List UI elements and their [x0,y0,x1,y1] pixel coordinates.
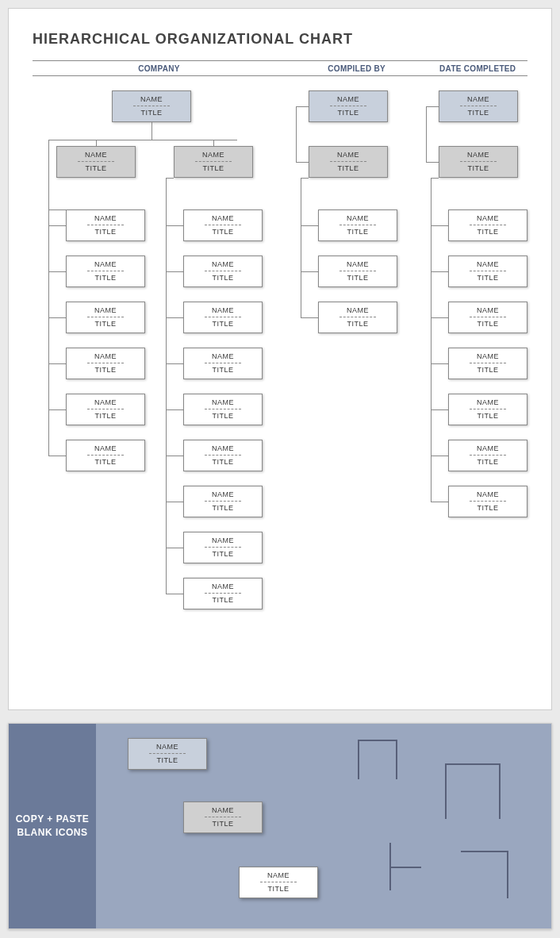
org-node-leaf[interactable]: NAMETITLE [318,302,397,333]
org-node-leaf[interactable]: NAMETITLE [448,256,527,287]
node-name: NAME [337,151,359,159]
connector [301,178,309,179]
connector [426,162,439,163]
panel-label-line1: COPY + PASTE [16,813,90,825]
sample-node-mid[interactable]: NAMETITLE [183,802,263,833]
connector [48,225,66,226]
connector [431,456,448,456]
connector [166,178,174,179]
sample-connector [396,740,397,779]
connector [166,594,183,594]
node-divider [339,317,376,317]
org-node-leaf[interactable]: NAMETITLE [66,348,145,379]
org-node-leaf[interactable]: NAMETITLE [448,348,527,379]
org-node-leaf[interactable]: NAMETITLE [183,302,263,333]
node-name: NAME [140,95,163,103]
org-node-leaf[interactable]: NAMETITLE [66,210,145,241]
node-title: TITLE [94,274,116,282]
org-node-head-1a[interactable]: NAME TITLE [56,146,136,178]
connector [166,548,183,548]
connector [296,106,297,162]
connector [431,271,448,272]
node-title: TITLE [477,228,498,236]
node-title: TITLE [347,228,368,236]
org-chart-canvas: NAME TITLE NAME TITLE NAME TITLE [33,90,529,678]
connector [431,502,448,502]
header-row: COMPANY COMPILED BY DATE COMPLETED [33,60,527,76]
connector [431,317,448,318]
node-divider [87,317,124,317]
node-title: TITLE [267,885,289,893]
org-node-leaf[interactable]: NAMETITLE [448,486,527,517]
connector [96,140,97,146]
connector [48,409,66,410]
org-node-leaf[interactable]: NAMETITLE [448,440,527,471]
org-node-leaf[interactable]: NAMETITLE [183,348,263,379]
org-node-leaf[interactable]: NAMETITLE [448,302,527,333]
org-node-head-2[interactable]: NAMETITLE [309,146,388,178]
org-node-root-1[interactable]: NAME TITLE [112,90,191,122]
connector [48,363,66,364]
node-title: TITLE [467,109,489,117]
org-node-head-1b[interactable]: NAME TITLE [174,146,253,178]
node-title: TITLE [94,366,116,374]
page-title: HIERARCHICAL ORGANIZATIONAL CHART [33,31,527,48]
node-name: NAME [94,214,117,222]
node-name: NAME [212,582,234,590]
connector [301,225,318,226]
org-node-leaf[interactable]: NAMETITLE [183,394,263,425]
connector [166,363,183,364]
node-name: NAME [347,306,369,314]
org-node-leaf[interactable]: NAMETITLE [66,256,145,287]
org-node-leaf[interactable]: NAMETITLE [183,210,263,241]
sample-connector [499,763,501,819]
org-node-leaf[interactable]: NAMETITLE [66,302,145,333]
node-title: TITLE [477,412,498,420]
node-divider [87,225,124,225]
node-title: TITLE [212,550,233,558]
org-node-leaf[interactable]: NAMETITLE [183,578,263,609]
node-name: NAME [477,306,499,314]
org-node-leaf[interactable]: NAMETITLE [318,210,397,241]
org-node-leaf[interactable]: NAMETITLE [183,532,263,563]
node-divider [470,271,506,271]
org-node-root-2[interactable]: NAMETITLE [309,90,388,122]
node-title: TITLE [212,366,233,374]
org-node-leaf[interactable]: NAMETITLE [448,394,527,425]
node-name: NAME [94,260,117,268]
connector [48,140,237,140]
node-name: NAME [477,352,499,360]
node-name: NAME [94,306,117,314]
org-node-leaf[interactable]: NAMETITLE [318,256,397,287]
node-divider [87,455,124,456]
node-title: TITLE [212,820,233,828]
connector [431,225,448,226]
node-divider [330,161,366,162]
node-name: NAME [94,398,117,406]
node-divider [470,363,506,363]
connector [301,178,301,317]
node-name: NAME [212,214,234,222]
org-node-root-3[interactable]: NAMETITLE [439,90,518,122]
node-divider [195,161,232,162]
connector [213,140,214,146]
sample-node-leaf[interactable]: NAMETITLE [239,867,318,898]
node-divider [205,409,241,409]
org-node-leaf[interactable]: NAMETITLE [183,256,263,287]
node-name: NAME [212,260,234,268]
sample-connector [358,740,359,779]
org-node-leaf[interactable]: NAMETITLE [66,440,145,471]
node-title: TITLE [212,274,233,282]
node-title: TITLE [477,274,498,282]
org-node-leaf[interactable]: NAMETITLE [183,440,263,471]
node-title: TITLE [94,458,116,466]
sample-node-top[interactable]: NAMETITLE [128,738,207,770]
node-title: TITLE [477,458,498,466]
org-node-leaf[interactable]: NAMETITLE [183,486,263,517]
connector [48,140,49,210]
org-node-leaf[interactable]: NAMETITLE [448,210,527,241]
node-title: TITLE [477,366,498,374]
org-node-leaf[interactable]: NAMETITLE [66,394,145,425]
node-title: TITLE [140,109,162,117]
org-node-head-3[interactable]: NAMETITLE [439,146,518,178]
